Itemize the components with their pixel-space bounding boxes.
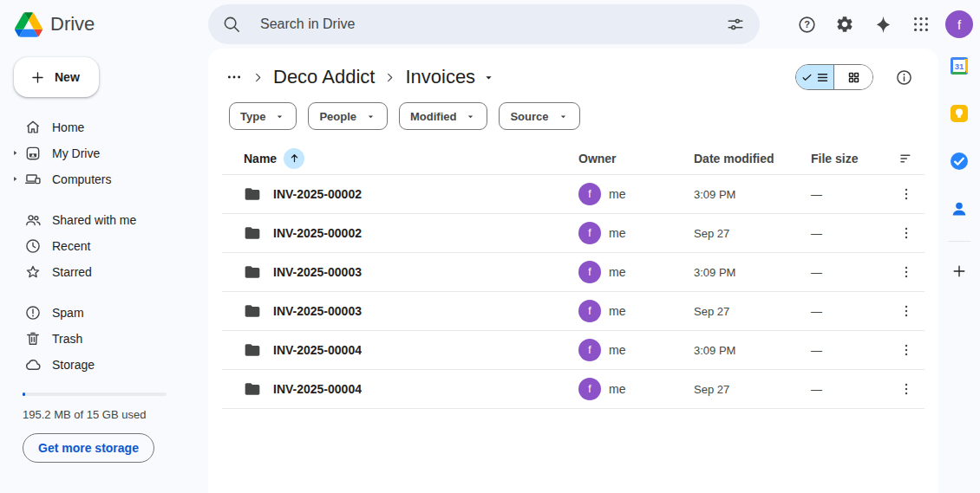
main-content: Deco Addict Invoices — [208, 49, 938, 493]
more-actions-icon[interactable] — [898, 342, 914, 358]
file-size: — — [811, 188, 822, 201]
tasks-app-button[interactable] — [942, 144, 977, 178]
filter-chip-people[interactable]: People — [308, 102, 388, 130]
file-name: INV-2025-00004 — [273, 343, 362, 357]
breadcrumb-ellipsis-button[interactable] — [220, 63, 248, 91]
account-avatar[interactable]: f — [945, 10, 973, 38]
gemini-button[interactable] — [864, 7, 902, 42]
spam-icon — [24, 304, 42, 321]
calendar-app-button[interactable]: 31 — [942, 49, 977, 83]
sidebar-item-recent[interactable]: Recent — [0, 233, 208, 259]
chevron-down-icon — [274, 111, 285, 122]
sidebar-item-my-drive[interactable]: My Drive — [0, 140, 208, 166]
filter-bar: Type People Modified Source — [208, 99, 938, 139]
table-header-row: Name Owner Date modified File size — [222, 142, 924, 175]
details-button[interactable] — [886, 60, 921, 94]
column-header-owner[interactable]: Owner — [578, 152, 617, 165]
get-more-storage-button[interactable]: Get more storage — [23, 433, 154, 463]
sort-ascending-button[interactable] — [284, 148, 304, 169]
table-row[interactable]: INV-2025-00003 f me 3:09 PM — — [222, 253, 924, 292]
breadcrumb-parent[interactable]: Deco Addict — [268, 66, 380, 88]
search-bar[interactable] — [208, 4, 760, 44]
expand-arrow-icon[interactable] — [10, 148, 20, 158]
home-icon — [24, 119, 42, 136]
sidebar-item-trash[interactable]: Trash — [0, 326, 208, 352]
more-actions-icon[interactable] — [898, 303, 914, 319]
table-row[interactable]: INV-2025-00003 f me Sep 27 — — [222, 292, 924, 331]
ellipsis-icon — [226, 69, 242, 85]
topbar-actions: ? f — [787, 7, 973, 42]
filter-chip-type[interactable]: Type — [229, 102, 297, 130]
search-input[interactable] — [260, 16, 718, 32]
tasks-icon — [949, 151, 970, 172]
file-size: — — [811, 266, 822, 279]
new-button-label: New — [55, 70, 80, 84]
info-icon — [895, 68, 913, 87]
breadcrumb-current[interactable]: Invoices — [400, 66, 480, 88]
sidebar-item-computers[interactable]: Computers — [0, 166, 208, 192]
more-actions-icon[interactable] — [898, 225, 914, 241]
folder-menu-caret-icon[interactable] — [482, 71, 495, 84]
grid-view-button[interactable] — [834, 65, 872, 89]
side-panel-rail: 31 — [938, 49, 980, 493]
sidebar-nav: Home My Drive Computers — [0, 114, 208, 378]
owner-avatar: f — [578, 222, 601, 244]
expand-arrow-icon[interactable] — [10, 174, 20, 184]
date-modified: 3:09 PM — [694, 344, 735, 357]
more-actions-icon[interactable] — [898, 264, 914, 280]
keep-app-button[interactable] — [942, 96, 977, 131]
filter-chip-source[interactable]: Source — [499, 102, 579, 130]
rail-divider — [948, 241, 970, 242]
more-actions-icon[interactable] — [898, 381, 914, 397]
sidebar-item-shared-with-me[interactable]: Shared with me — [0, 207, 208, 233]
calendar-icon: 31 — [949, 55, 970, 76]
date-modified: Sep 27 — [694, 305, 729, 318]
date-modified: 3:09 PM — [694, 188, 735, 201]
column-header-name[interactable]: Name — [244, 152, 277, 165]
search-options-button[interactable] — [718, 7, 753, 42]
contacts-app-button[interactable] — [942, 191, 977, 226]
apps-grid-button[interactable] — [902, 7, 940, 42]
storage-usage-text: 195.2 MB of 15 GB used — [23, 408, 208, 421]
chevron-right-icon — [252, 71, 265, 84]
settings-button[interactable] — [826, 7, 864, 42]
folder-icon — [244, 224, 261, 242]
shared-with-me-icon — [24, 211, 42, 229]
table-row[interactable]: INV-2025-00002 f me 3:09 PM — — [222, 175, 924, 214]
file-size: — — [811, 344, 822, 357]
owner-avatar: f — [578, 378, 601, 400]
column-header-modified[interactable]: Date modified — [694, 152, 774, 165]
get-addons-button[interactable] — [942, 254, 977, 289]
sidebar-item-home[interactable]: Home — [0, 114, 208, 140]
owner-avatar: f — [578, 300, 601, 322]
column-header-size[interactable]: File size — [811, 152, 858, 165]
plus-icon — [951, 263, 968, 280]
list-view-icon — [816, 71, 829, 84]
file-size: — — [811, 383, 822, 396]
tune-icon — [726, 15, 745, 34]
contacts-icon — [949, 198, 970, 219]
table-row[interactable]: INV-2025-00004 f me Sep 27 — — [222, 370, 924, 409]
view-toggle — [795, 64, 873, 90]
file-name: INV-2025-00002 — [273, 187, 362, 201]
sidebar-item-starred[interactable]: Starred — [0, 259, 208, 285]
help-button[interactable]: ? — [787, 7, 826, 42]
folder-icon — [244, 380, 261, 398]
owner-avatar: f — [578, 183, 601, 205]
sidebar-item-storage[interactable]: Storage — [0, 352, 208, 378]
table-row[interactable]: INV-2025-00004 f me 3:09 PM — — [222, 331, 924, 370]
sort-options-icon[interactable] — [898, 151, 914, 166]
folder-icon — [244, 185, 261, 203]
top-bar: Drive ? — [0, 0, 980, 49]
drive-logo-area[interactable]: Drive — [0, 12, 208, 37]
table-row[interactable]: INV-2025-00002 f me Sep 27 — — [222, 214, 924, 253]
filter-chip-modified[interactable]: Modified — [399, 102, 487, 130]
list-view-button[interactable] — [796, 65, 834, 89]
new-button[interactable]: New — [14, 57, 99, 97]
left-sidebar: New Home My Drive — [0, 49, 208, 493]
file-name: INV-2025-00003 — [273, 304, 362, 318]
trash-icon — [24, 330, 42, 347]
folder-icon — [244, 341, 261, 359]
more-actions-icon[interactable] — [898, 186, 914, 202]
sidebar-item-spam[interactable]: Spam — [0, 300, 208, 326]
